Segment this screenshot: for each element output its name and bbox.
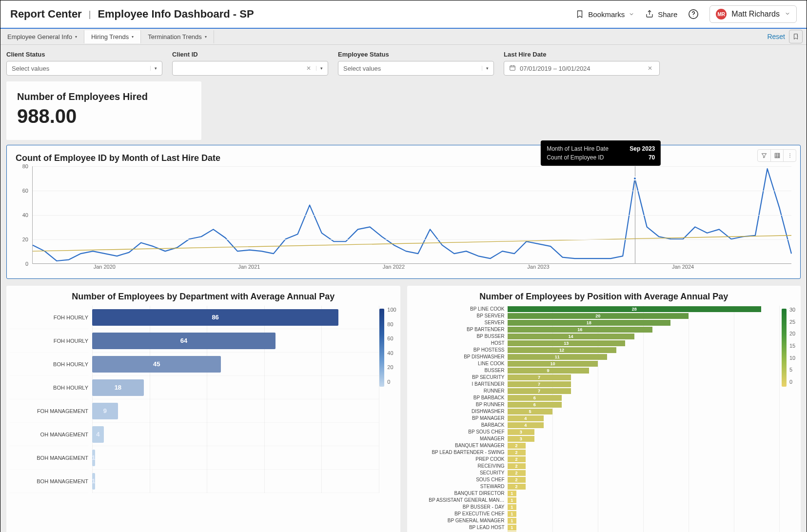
dept-label: FOH HOURLY bbox=[9, 306, 88, 329]
x-tick: Jan 2021 bbox=[238, 264, 260, 270]
share-button[interactable]: Share bbox=[645, 10, 677, 19]
dept-bar[interactable]: 64 bbox=[92, 333, 276, 349]
pos-bar[interactable]: 7 bbox=[508, 374, 571, 380]
pos-label: HOST bbox=[410, 340, 505, 347]
pos-bar[interactable]: 1 bbox=[508, 511, 517, 517]
pos-bar[interactable]: 2 bbox=[508, 443, 526, 449]
dept-chart[interactable]: FOH HOURLYFOH HOURLYBOH HOURLYBOH HOURLY… bbox=[9, 306, 397, 493]
pos-label: SECURITY bbox=[410, 470, 505, 476]
pos-bar[interactable]: 3 bbox=[508, 436, 535, 442]
dept-bar[interactable]: 18 bbox=[92, 379, 144, 396]
chevron-down-icon bbox=[785, 10, 790, 19]
pos-bar[interactable]: 14 bbox=[508, 334, 634, 339]
tab-label: Hiring Trends bbox=[91, 33, 129, 40]
dept-label: BOH MANAGEMENT bbox=[9, 470, 88, 493]
pos-bar[interactable]: 3 bbox=[508, 429, 535, 435]
client-id-select[interactable]: ✕ ▾ bbox=[172, 61, 328, 76]
dept-bar[interactable]: 9 bbox=[92, 403, 118, 419]
dept-bar[interactable]: 1 bbox=[92, 473, 95, 490]
tab-0[interactable]: Employee General Info▾ bbox=[0, 30, 84, 43]
dept-bar[interactable]: 1 bbox=[92, 450, 95, 466]
dept-bar[interactable]: 45 bbox=[92, 356, 221, 373]
pos-bar[interactable]: 1 bbox=[508, 504, 517, 510]
client-status-select[interactable]: Select values ▾ bbox=[6, 61, 162, 76]
chart-title: Number of Employees by Position with Ave… bbox=[410, 292, 798, 302]
pos-bar[interactable]: 20 bbox=[508, 313, 689, 319]
placeholder-text: Select values bbox=[343, 65, 381, 72]
pos-label: BP SOUS CHEF bbox=[410, 429, 505, 435]
pos-bar[interactable]: 4 bbox=[508, 422, 544, 428]
tab-1[interactable]: Hiring Trends▾ bbox=[84, 30, 141, 43]
filter-row: Client Status Select values ▾ Client ID … bbox=[0, 45, 807, 78]
chevron-down-icon: ▾ bbox=[132, 35, 134, 39]
pos-bar[interactable]: 1 bbox=[508, 518, 517, 524]
dept-bar[interactable]: 86 bbox=[92, 309, 338, 326]
pos-bar[interactable]: 7 bbox=[508, 388, 571, 394]
line-chart[interactable]: 020406080 Jan 2020Jan 2021Jan 2022Jan 20… bbox=[16, 166, 791, 274]
pos-bar[interactable]: 10 bbox=[508, 361, 598, 367]
pos-bar[interactable]: 13 bbox=[508, 340, 626, 346]
pos-label: BP ASSISTANT GENERAL MAN… bbox=[410, 497, 505, 504]
pos-chart[interactable]: BP LINE COOKBP SERVERSERVERBP BARTENDERB… bbox=[410, 306, 798, 532]
filter-icon[interactable] bbox=[758, 150, 770, 161]
filter-label: Client Status bbox=[6, 51, 162, 58]
plot-area[interactable] bbox=[32, 166, 791, 264]
page-title: Employee Info Dashboard - SP bbox=[98, 8, 254, 20]
kpi-card: Number of Employees Hired 988.00 bbox=[6, 81, 201, 140]
pos-bar[interactable]: 18 bbox=[508, 320, 671, 326]
clear-icon[interactable]: ✕ bbox=[646, 65, 654, 72]
svg-point-4 bbox=[789, 154, 790, 154]
date-range-value: 07/01/2019 – 10/01/2024 bbox=[520, 65, 590, 72]
employee-status-select[interactable]: Select values ▾ bbox=[338, 61, 494, 76]
color-legend: 100806040200 bbox=[379, 306, 397, 493]
app-header: Report Center | Employee Info Dashboard … bbox=[0, 0, 807, 29]
pos-bar[interactable]: 12 bbox=[508, 347, 616, 353]
pos-bar[interactable]: 2 bbox=[508, 456, 526, 462]
pos-bar[interactable]: 2 bbox=[508, 450, 526, 455]
pos-bar[interactable]: 1 bbox=[508, 491, 517, 496]
pos-bars: 2820181614131211109777665443322222221111… bbox=[508, 306, 780, 532]
bookmark-icon bbox=[575, 10, 584, 19]
pos-bar[interactable]: 2 bbox=[508, 484, 526, 490]
filter-client-status: Client Status Select values ▾ bbox=[6, 51, 162, 76]
svg-point-5 bbox=[789, 155, 790, 156]
svg-point-6 bbox=[789, 157, 790, 158]
bookmarks-label: Bookmarks bbox=[588, 10, 625, 19]
table-icon[interactable] bbox=[770, 150, 783, 161]
pos-bar[interactable]: 6 bbox=[508, 395, 562, 401]
help-icon[interactable] bbox=[688, 9, 699, 20]
dept-chart-card: Number of Employees by Department with A… bbox=[6, 286, 400, 532]
pos-bar[interactable]: 5 bbox=[508, 409, 553, 414]
pos-label: BP SECURITY bbox=[410, 374, 505, 381]
pos-bar[interactable]: 2 bbox=[508, 477, 526, 483]
pos-bar[interactable]: 1 bbox=[508, 497, 517, 503]
chevron-down-icon: ▾ bbox=[482, 66, 489, 71]
app-title: Report Center bbox=[10, 8, 82, 20]
pos-bar[interactable]: 2 bbox=[508, 470, 526, 476]
pos-label: BP RUNNER bbox=[410, 401, 505, 408]
user-menu[interactable]: MR Matt Richards bbox=[709, 5, 797, 23]
tab-label: Employee General Info bbox=[7, 33, 72, 40]
pos-bar[interactable]: 9 bbox=[508, 368, 589, 374]
pos-bar[interactable]: 2 bbox=[508, 463, 526, 469]
more-icon[interactable] bbox=[783, 150, 796, 161]
tab-2[interactable]: Termination Trends▾ bbox=[141, 30, 214, 43]
pos-label: BP LINE COOK bbox=[410, 306, 505, 313]
reset-button[interactable]: Reset bbox=[763, 33, 789, 40]
pos-label: STEWARD bbox=[410, 483, 505, 490]
line-chart-card: Month of Last Hire Date Sep 2023 Count o… bbox=[6, 145, 801, 279]
clear-icon[interactable]: ✕ bbox=[304, 65, 313, 72]
dept-bar[interactable]: 4 bbox=[92, 426, 104, 443]
pos-bar[interactable]: 7 bbox=[508, 381, 571, 387]
y-tick: 60 bbox=[22, 188, 28, 194]
pos-bar[interactable]: 1 bbox=[508, 525, 517, 531]
pos-bar[interactable]: 6 bbox=[508, 402, 562, 408]
pos-bar[interactable]: 4 bbox=[508, 415, 544, 421]
pos-bar[interactable]: 16 bbox=[508, 327, 652, 333]
bookmark-panel-button[interactable] bbox=[789, 30, 803, 43]
pos-label: BP LEAD BARTENDER - SWING bbox=[410, 449, 505, 456]
pos-bar[interactable]: 11 bbox=[508, 354, 607, 360]
pos-bar[interactable]: 28 bbox=[508, 306, 761, 312]
last-hire-date-picker[interactable]: 07/01/2019 – 10/01/2024 ✕ bbox=[504, 61, 660, 76]
bookmarks-button[interactable]: Bookmarks bbox=[575, 10, 634, 19]
